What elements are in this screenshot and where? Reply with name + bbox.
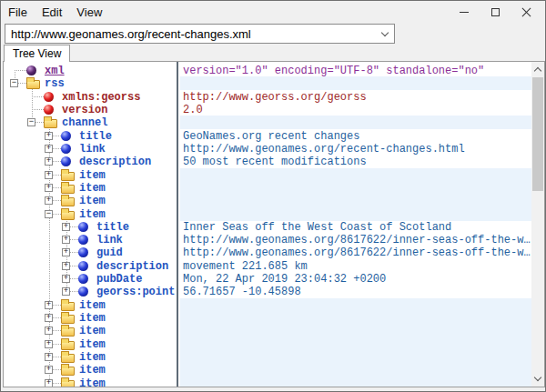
value-row[interactable] [180, 311, 531, 325]
tree-node[interactable]: +item [4, 168, 177, 182]
tree-node[interactable]: +pubDate [4, 272, 177, 286]
expand-toggle-icon[interactable]: + [45, 301, 53, 309]
tree-node-label[interactable]: item [79, 299, 106, 312]
tree-node-label[interactable]: item [79, 377, 106, 387]
tree-node[interactable]: xmlns:georss [4, 90, 177, 104]
tree-node[interactable]: xml [4, 64, 177, 77]
tree-node[interactable]: +item [4, 194, 177, 207]
tree-node[interactable]: +item [4, 350, 177, 364]
tree-node-label[interactable]: item [79, 338, 106, 351]
xml-tree-pane[interactable]: xml−rssxmlns:georssversion−channel+title… [4, 62, 178, 387]
collapse-toggle-icon[interactable]: − [10, 79, 18, 87]
tree-node-label[interactable]: title [79, 130, 112, 143]
tree-node[interactable]: +link [4, 142, 177, 156]
expand-toggle-icon[interactable]: + [62, 236, 70, 244]
value-row[interactable] [180, 350, 531, 364]
value-row[interactable] [180, 116, 531, 129]
value-row[interactable]: GeoNames.org recent changes [180, 129, 544, 143]
tree-node[interactable]: −channel [4, 116, 177, 129]
maximize-button[interactable] [480, 2, 511, 22]
tree-node-label[interactable]: description [79, 156, 151, 168]
tab-tree-view[interactable]: Tree View [4, 45, 70, 62]
tree-node-label[interactable]: description [96, 260, 168, 273]
tree-node-label[interactable]: item [79, 312, 106, 325]
expand-toggle-icon[interactable]: + [62, 248, 70, 256]
tree-node[interactable]: +item [4, 324, 177, 337]
tree-node-label[interactable]: guid [96, 246, 123, 259]
value-row[interactable]: http://www.geonames.org/recent-changes.h… [180, 142, 544, 156]
value-row[interactable]: http://www.geonames.org/8617622/inner-se… [180, 233, 544, 246]
value-row[interactable] [180, 207, 531, 221]
value-row[interactable]: Inner Seas off the West Coast of Scotlan… [180, 220, 544, 234]
value-row[interactable] [180, 363, 531, 377]
value-row[interactable]: version="1.0" encoding="UTF-8" standalon… [180, 64, 544, 77]
scrollbar-up-button[interactable] [531, 62, 544, 77]
tree-node[interactable]: +georss:point [4, 285, 177, 298]
value-row[interactable] [180, 76, 531, 90]
tree-node-label[interactable]: rss [45, 77, 65, 90]
tree-node[interactable]: +title [4, 129, 177, 143]
vertical-scrollbar[interactable] [531, 62, 544, 387]
expand-toggle-icon[interactable]: + [45, 132, 53, 140]
tree-node-label[interactable]: item [79, 351, 106, 364]
expand-toggle-icon[interactable]: + [45, 145, 53, 153]
expand-toggle-icon[interactable]: + [45, 171, 53, 179]
value-row[interactable] [180, 181, 531, 195]
tree-node[interactable]: −item [4, 207, 177, 221]
tree-node[interactable]: +item [4, 377, 177, 387]
tree-node[interactable]: −rss [4, 76, 177, 90]
value-row[interactable] [180, 194, 531, 207]
tree-node[interactable]: version [4, 103, 177, 116]
menu-file[interactable]: File [1, 4, 35, 21]
value-row[interactable]: 2.0 [180, 103, 544, 116]
scrollbar-down-button[interactable] [531, 371, 544, 387]
value-row[interactable] [180, 324, 531, 337]
value-row[interactable] [180, 168, 531, 182]
tree-node[interactable]: +item [4, 311, 177, 325]
collapse-toggle-icon[interactable]: − [45, 210, 53, 218]
collapse-toggle-icon[interactable]: − [27, 118, 35, 126]
tree-node[interactable]: +item [4, 363, 177, 377]
tree-node[interactable]: +guid [4, 246, 177, 259]
tree-node-label[interactable]: version [62, 104, 107, 116]
value-row[interactable]: http://www.geonames.org/8617622/inner-se… [180, 246, 544, 259]
tree-node-label[interactable]: xml [45, 65, 65, 77]
expand-toggle-icon[interactable]: + [45, 196, 53, 205]
tree-node-label[interactable]: xmlns:georss [62, 91, 140, 104]
tree-node-label[interactable]: item [79, 195, 106, 207]
value-row[interactable] [180, 377, 531, 387]
value-row[interactable] [180, 337, 531, 351]
scrollbar-thumb[interactable] [532, 77, 543, 191]
tree-node-label[interactable]: link [79, 143, 106, 156]
url-input[interactable]: http://www.geonames.org/recent-changes.x… [5, 27, 376, 41]
tree-node-label[interactable]: item [79, 169, 106, 182]
tree-node[interactable]: +description [4, 259, 177, 273]
menu-view[interactable]: View [69, 4, 109, 21]
expand-toggle-icon[interactable]: + [62, 287, 70, 296]
tree-node[interactable]: +link [4, 233, 177, 246]
tree-node-label[interactable]: item [79, 182, 106, 195]
expand-toggle-icon[interactable]: + [45, 366, 53, 374]
expand-toggle-icon[interactable]: + [45, 314, 53, 322]
expand-toggle-icon[interactable]: + [45, 353, 53, 361]
menu-edit[interactable]: Edit [35, 4, 69, 21]
tree-node-label[interactable]: link [96, 234, 123, 246]
expand-toggle-icon[interactable]: + [62, 275, 70, 283]
tree-node-label[interactable]: channel [62, 116, 107, 129]
minimize-button[interactable] [449, 2, 480, 22]
expand-toggle-icon[interactable]: + [45, 379, 53, 387]
tree-node[interactable]: +description [4, 155, 177, 168]
xml-value-pane[interactable]: version="1.0" encoding="UTF-8" standalon… [180, 62, 544, 387]
value-row[interactable]: 56.71657 -10.45898 [180, 285, 544, 298]
value-row[interactable] [180, 298, 531, 312]
value-row[interactable]: movement 221.685 km [180, 259, 544, 273]
expand-toggle-icon[interactable]: + [45, 157, 53, 166]
tree-node[interactable]: +title [4, 220, 177, 234]
tree-node[interactable]: +item [4, 298, 177, 312]
tree-node-label[interactable]: title [96, 221, 129, 234]
tree-node-label[interactable]: georss:point [96, 286, 175, 298]
expand-toggle-icon[interactable]: + [62, 223, 70, 231]
value-row[interactable]: Mon, 22 Apr 2019 23:04:32 +0200 [180, 272, 544, 286]
combo-dropdown-button[interactable] [376, 25, 394, 43]
expand-toggle-icon[interactable]: + [45, 340, 53, 348]
